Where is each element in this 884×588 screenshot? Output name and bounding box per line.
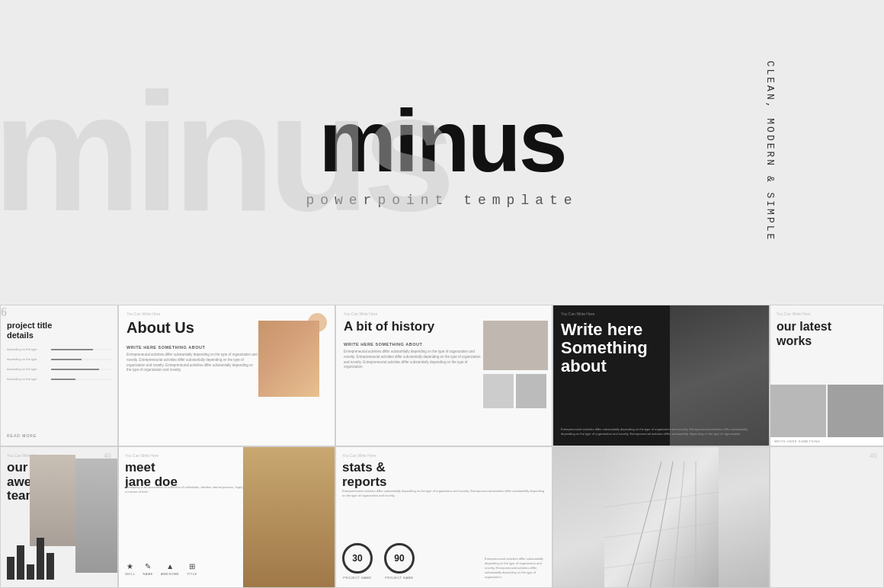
slide-photo: [243, 447, 335, 587]
slide-write-box: WRITE HERE SOMETHING: [770, 437, 883, 446]
slide-photo-2: [75, 459, 117, 573]
progress-row: depending on the type: [7, 357, 111, 361]
slide-bar-chart: [7, 538, 54, 580]
slide-image-a: [770, 385, 826, 446]
slide-image-top: [483, 321, 548, 370]
slide-sublabel: You Can Write Here: [342, 453, 376, 458]
slide-image-bottom: [483, 374, 548, 408]
slide-circles: 30 PROJECT NAME 90 PROJECT NAME: [342, 543, 415, 580]
skill-icon-item: ★ SKILL: [125, 562, 135, 576]
slide-heading: About Us: [127, 319, 194, 337]
read-more-label: READ MORE: [7, 433, 37, 438]
title-icon-item: ⊞ TITLE: [187, 562, 197, 576]
name-icon: ✎: [145, 562, 151, 570]
slide-body: Entrepreneurial activities differ substa…: [344, 350, 483, 370]
progress-row: depending on the type: [7, 347, 111, 351]
bar-5: [46, 553, 54, 580]
architecture-svg: [604, 446, 719, 588]
circle-label-90: PROJECT NAME: [385, 576, 413, 580]
slide-image-area: [483, 321, 548, 408]
slide-image-area: [251, 305, 335, 446]
slide-partial[interactable]: 40: [770, 446, 884, 588]
slides-grid: 6 project titledetails depending on the …: [0, 305, 884, 588]
slide-title: project titledetails: [7, 321, 52, 340]
slide-sublabel: You Can Write Here: [777, 312, 810, 316]
svg-rect-0: [604, 446, 719, 588]
bar-4: [37, 538, 44, 580]
slide-dark-hero[interactable]: You Can Write Here Write hereSomethingab…: [552, 305, 770, 446]
slide-body: A company is an association or collectio…: [125, 485, 258, 494]
slide-stats[interactable]: You Can Write Here stats &reports Entrep…: [335, 446, 552, 588]
slide-meet-jane[interactable]: 17 You Can Write Here meetjane doe A com…: [118, 446, 335, 588]
slide-sublabel: You Can Write Here: [125, 453, 159, 458]
slide-subheading: WRITE HERE SOMETHING ABOUT: [344, 342, 422, 347]
skill-label: SKILL: [125, 572, 135, 576]
slide-photo-background: [243, 447, 335, 587]
slide-heading: A bit of history: [344, 319, 434, 334]
slide-team[interactable]: 40 You Can Write Here ourawesometeam: [0, 446, 118, 588]
slide-heading: our latestworks: [777, 319, 831, 348]
skill-icon: ★: [127, 562, 133, 570]
name-label: NAME: [143, 572, 153, 576]
circle-ring-30: 30: [342, 543, 373, 574]
slide-sublabel: You Can Write Here: [344, 312, 377, 316]
awesome-label: AWESOME: [161, 572, 179, 576]
slide-portrait-image: [670, 305, 769, 446]
hero-tagline: CLEAN, MODERN & SIMPLE: [765, 61, 777, 242]
slide-about-us[interactable]: You Can Write Here About Us WRITE HERE S…: [118, 305, 335, 446]
slide-body: Entrepreneurial activities differ substa…: [342, 489, 546, 498]
slide-image-small-b: [516, 374, 546, 408]
slide-heading: Write hereSomethingabout: [561, 321, 648, 376]
architecture-visual: [553, 447, 769, 587]
name-icon-item: ✎ NAME: [143, 562, 153, 576]
title-icon: ⊞: [189, 562, 195, 570]
slide-heading: stats &reports: [342, 461, 387, 489]
slide-subheading: WRITE HERE SOMETHING ABOUT: [127, 345, 205, 350]
slide-photo-1: [30, 455, 75, 546]
slide-sublabel: You Can Write Here: [561, 312, 594, 316]
slide-history[interactable]: You Can Write Here A bit of history WRIT…: [335, 305, 552, 446]
slide-number: 6: [1, 305, 117, 319]
bar-3: [27, 564, 34, 580]
slide-rect-decoration: [258, 321, 319, 397]
slide-image-small-a: [483, 374, 514, 408]
awesome-icon-item: ▲ AWESOME: [161, 562, 179, 576]
circle-30: 30 PROJECT NAME: [342, 543, 373, 580]
bar-1: [7, 557, 14, 580]
progress-row: depending on the type: [7, 367, 111, 371]
title-label: TITLE: [187, 572, 197, 576]
circle-label-30: PROJECT NAME: [343, 576, 371, 580]
slide-number: 40: [870, 452, 877, 459]
slide-right-text: Entrepreneurial activities differ substa…: [485, 557, 546, 580]
awesome-icon: ▲: [166, 562, 174, 570]
slide-image-b: [828, 385, 883, 446]
progress-row: depending on the type: [7, 377, 111, 381]
slide-body: Entrepreneurial activities differ substa…: [127, 353, 258, 373]
slide-icons: ★ SKILL ✎ NAME ▲ AWESOME ⊞ TITLE: [125, 562, 197, 576]
bar-2: [17, 545, 24, 580]
circle-ring-90: 90: [384, 543, 415, 574]
slide-images: [770, 385, 883, 446]
circle-90: 90 PROJECT NAME: [384, 543, 415, 580]
slide-sublabel: You Can Write Here: [127, 312, 160, 316]
slide-architecture[interactable]: [552, 446, 770, 588]
slide-latest-works[interactable]: You Can Write Here our latestworks WRITE…: [770, 305, 884, 446]
slide-project-title[interactable]: 6 project titledetails depending on the …: [0, 305, 118, 446]
slide-portrait: [670, 305, 769, 446]
hero-section: minus minus powerpoint template CLEAN, M…: [0, 0, 884, 305]
hero-watermark: minus: [0, 69, 448, 236]
